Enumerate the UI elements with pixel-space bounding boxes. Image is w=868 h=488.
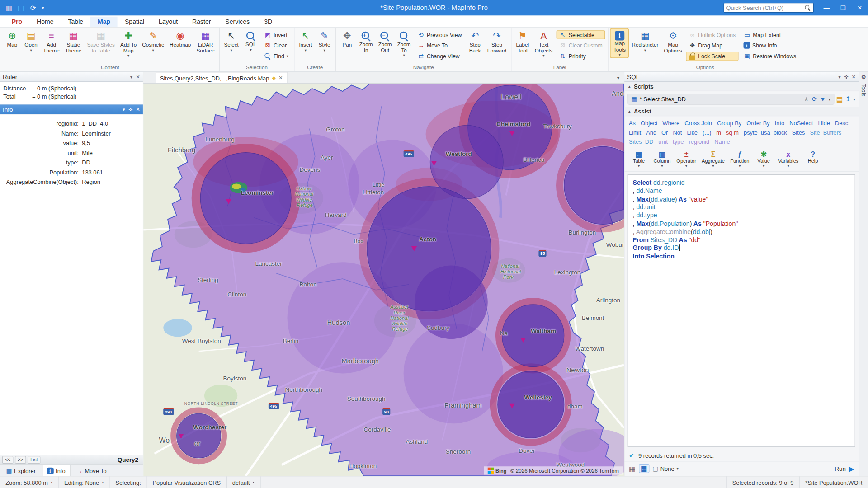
map-options-button[interactable]: ⚙MapOptions — [661, 28, 684, 55]
zoom-in-button[interactable]: +ZoomIn — [357, 28, 376, 55]
assist-keyword[interactable]: Order By — [746, 119, 769, 127]
save-script-icon[interactable]: ▼ — [820, 96, 826, 103]
quick-search-input[interactable]: Quick Search (Ctrl+Q) — [723, 3, 814, 13]
close-button[interactable]: ✕ — [851, 0, 868, 15]
browse-results-icon[interactable]: ▦ — [639, 464, 649, 473]
assist-keyword[interactable]: Where — [662, 119, 679, 127]
show-info-button[interactable]: iShow Info — [741, 41, 799, 50]
drag-map-button[interactable]: ✥Drag Map — [686, 41, 738, 50]
zoom-to-button[interactable]: ZoomTo▾ — [395, 28, 414, 58]
assist-keyword[interactable]: m — [716, 128, 721, 136]
invert-button[interactable]: ◩Invert — [261, 30, 291, 39]
close-icon[interactable]: ✕ — [852, 74, 856, 79]
column-button[interactable]: ▥Column▾ — [651, 150, 673, 169]
site-marker-icon[interactable] — [509, 404, 515, 408]
ribbon-tab-table[interactable]: Table — [61, 17, 91, 27]
heatmap-button[interactable]: ◉Heatmap — [167, 28, 193, 49]
ribbon-tab-raster[interactable]: Raster — [185, 17, 218, 27]
open-button[interactable]: ▤Open▾ — [22, 28, 41, 53]
import-script-chevron-icon[interactable]: ▾ — [853, 97, 855, 102]
document-list-chevron-icon[interactable]: ▾ — [613, 75, 624, 83]
variables-button[interactable]: xVariables▾ — [776, 150, 801, 169]
assist-keyword[interactable]: Hide — [818, 119, 830, 127]
site-marker-icon[interactable] — [431, 161, 437, 166]
map-tools-button[interactable]: iMapTools▾ — [610, 28, 629, 58]
assist-keyword[interactable]: Cross Join — [684, 119, 712, 127]
step-back-button[interactable]: ↶StepBack — [466, 28, 485, 55]
aggregate-button[interactable]: ΣAggregate▾ — [699, 150, 727, 169]
step-forward-button[interactable]: ↷StepForward — [485, 28, 509, 55]
style-button[interactable]: ✎Style▾ — [315, 28, 334, 53]
help-button[interactable]: ?Help — [802, 150, 824, 164]
script-dropdown-icon[interactable]: ▾ — [829, 97, 831, 102]
site-marker-icon[interactable] — [178, 434, 184, 439]
assist-keyword[interactable]: Desc — [835, 119, 848, 127]
static-theme-button[interactable]: ▦StaticTheme — [62, 28, 84, 55]
status-default[interactable]: default▴ — [227, 476, 261, 488]
lock-scale-button[interactable]: Lock Scale — [686, 52, 738, 61]
assist-keyword[interactable]: Into — [775, 119, 784, 127]
redistricter-button[interactable]: ▦Redistricter▾ — [629, 28, 661, 53]
favorite-script-icon[interactable]: ★ — [804, 95, 809, 103]
save-workspace-icon[interactable]: ▤ — [18, 4, 25, 12]
site-marker-icon[interactable] — [520, 338, 526, 343]
close-icon[interactable]: ✕ — [136, 74, 140, 79]
ribbon-tab-pro[interactable]: Pro — [5, 17, 29, 27]
find-button[interactable]: Find▾ — [261, 52, 291, 61]
lidar-surface-button[interactable]: ▦LiDARSurface — [193, 28, 217, 55]
results-grid-icon[interactable]: ▦ — [629, 465, 636, 473]
status-popular-visualization-crs[interactable]: Popular Visualization CRS — [147, 476, 226, 488]
assist-section-header[interactable]: ▴ Assist — [624, 107, 859, 116]
assist-keyword[interactable]: unit — [658, 138, 668, 146]
script-selector[interactable]: ▦ * Select Sites_DD ★ ⟳ ▼ ▾ — [628, 94, 834, 104]
assist-keyword[interactable]: Not — [673, 128, 682, 136]
sql-button[interactable]: SQL▾ — [241, 28, 260, 52]
assist-keyword[interactable]: regionid — [689, 138, 709, 146]
pin-icon[interactable]: ✜ — [844, 74, 848, 79]
change-view-button[interactable]: ⇄Change View — [415, 52, 464, 61]
map-button[interactable]: ⊕Map — [3, 28, 22, 49]
function-button[interactable]: ƒFunction▾ — [728, 150, 751, 169]
document-tab[interactable]: Sites,Query2,Sites_DD,...,BingRoads Map … — [156, 72, 287, 83]
run-button[interactable]: Run ▶ — [835, 465, 854, 473]
chevron-down-icon[interactable]: ▾ — [123, 107, 125, 112]
tools-strip-icon[interactable]: ⚙ — [861, 74, 866, 80]
revert-icon[interactable]: ⟳ — [30, 4, 36, 12]
assist-keyword[interactable]: Group By — [717, 119, 741, 127]
map-extent-button[interactable]: ▭Map Extent — [741, 30, 799, 39]
assist-keyword[interactable]: Limit — [629, 128, 641, 136]
value-button[interactable]: ✱Value▾ — [753, 150, 775, 169]
app-icon[interactable]: ▦ — [5, 4, 12, 12]
close-icon[interactable]: ✕ — [136, 107, 140, 112]
insert-button[interactable]: ↖Insert▾ — [296, 28, 315, 53]
assist-keyword[interactable]: (...) — [703, 128, 711, 136]
tab-info[interactable]: iInfo — [42, 465, 70, 476]
text-objects-button[interactable]: ATextObjects▾ — [532, 28, 556, 59]
previous-view-button[interactable]: ⟲Previous View — [415, 30, 464, 39]
chevron-down-icon[interactable]: ▾ — [838, 74, 841, 79]
assist-keyword[interactable]: Name — [714, 138, 730, 146]
assist-keyword[interactable]: Object — [641, 119, 657, 127]
assist-keyword[interactable]: Sites_DD — [629, 138, 653, 146]
label-tool-button[interactable]: ⚑LabelTool — [513, 28, 532, 55]
ribbon-tab-map[interactable]: Map — [90, 17, 118, 27]
add-theme-button[interactable]: ≡AddTheme — [40, 28, 62, 55]
site-marker-icon[interactable] — [509, 131, 515, 136]
tools-strip-label[interactable]: Tools — [860, 84, 866, 97]
status-zoom[interactable]: Zoom: 58.800 m▴ — [0, 476, 59, 488]
tab-explorer[interactable]: ▤Explorer — [1, 465, 41, 476]
ribbon-tab-3d[interactable]: 3D — [257, 17, 279, 27]
status-editing[interactable]: Editing: None▴ — [59, 476, 110, 488]
pan-button[interactable]: ✥Pan — [338, 28, 357, 49]
assist-keyword[interactable]: type — [673, 138, 684, 146]
add-to-map-button[interactable]: ✚Add ToMap▾ — [118, 28, 139, 59]
assist-keyword[interactable]: psyte_usa_block — [744, 128, 787, 136]
site-marker-icon[interactable] — [226, 199, 231, 204]
ribbon-tab-home[interactable]: Home — [29, 17, 61, 27]
assist-keyword[interactable]: sq m — [726, 128, 739, 136]
ribbon-tab-services[interactable]: Services — [218, 17, 257, 27]
tab-move-to[interactable]: →Move To — [71, 465, 112, 476]
refresh-script-icon[interactable]: ⟳ — [812, 95, 817, 103]
clear-button[interactable]: ⊠Clear — [261, 41, 291, 50]
ribbon-tab-spatial[interactable]: Spatial — [118, 17, 151, 27]
